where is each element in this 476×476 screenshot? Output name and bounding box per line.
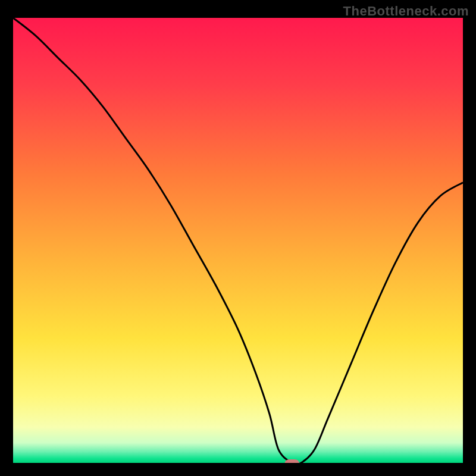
watermark-label: TheBottleneck.com (343, 4, 469, 19)
chart-frame: TheBottleneck.com (0, 0, 476, 476)
gradient-rect (13, 18, 463, 463)
plot-area (13, 18, 463, 463)
bottleneck-plot (13, 18, 463, 463)
minimum-marker (285, 459, 299, 463)
